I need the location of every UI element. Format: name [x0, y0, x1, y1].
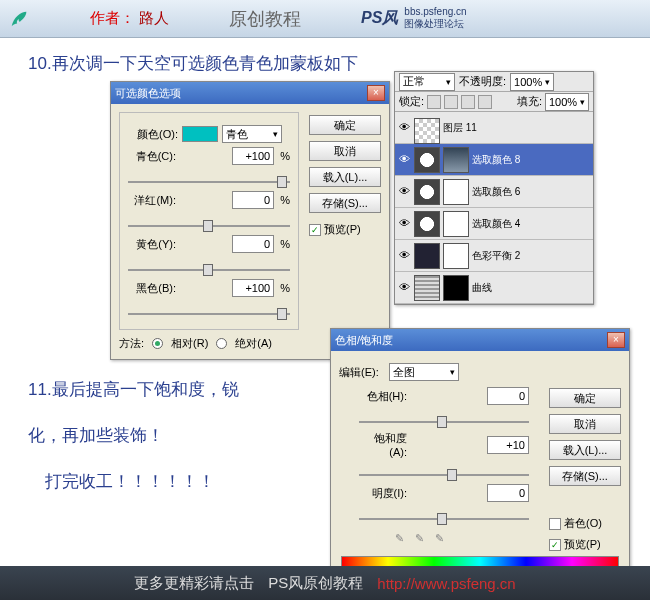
eyedropper-minus-icon[interactable]: ✎ — [435, 532, 449, 546]
black-slider[interactable] — [128, 307, 290, 321]
layer-row[interactable]: 👁选取颜色 8 — [395, 144, 593, 176]
selective-titlebar[interactable]: 可选颜色选项 × — [111, 82, 389, 104]
hue-ok-button[interactable]: 确定 — [549, 388, 621, 408]
eye-icon[interactable]: 👁 — [397, 281, 411, 295]
cancel-button[interactable]: 取消 — [309, 141, 381, 161]
layer-name: 色彩平衡 2 — [472, 249, 520, 263]
page-title: 原创教程 — [229, 7, 301, 31]
lock-move-icon[interactable] — [461, 95, 475, 109]
layer-name: 曲线 — [472, 281, 492, 295]
layer-thumb — [414, 179, 440, 205]
cyan-label: 青色(C): — [128, 149, 176, 164]
method-label: 方法: — [119, 336, 144, 351]
layer-row[interactable]: 👁曲线 — [395, 272, 593, 304]
eyedropper-plus-icon[interactable]: ✎ — [415, 532, 429, 546]
mask-thumb — [443, 275, 469, 301]
page-header: 作者： 路人 原创教程 PS风 bbs.psfeng.cn 图像处理论坛 — [0, 0, 650, 38]
author-label: 作者： — [90, 9, 135, 28]
mask-thumb — [443, 179, 469, 205]
hue-titlebar[interactable]: 色相/饱和度 × — [331, 329, 629, 351]
feather-icon — [8, 8, 30, 30]
eye-icon[interactable]: 👁 — [397, 217, 411, 231]
layer-row[interactable]: 👁色彩平衡 2 — [395, 240, 593, 272]
layer-row[interactable]: 👁选取颜色 4 — [395, 208, 593, 240]
lig-slider[interactable] — [359, 512, 529, 526]
eye-icon[interactable]: 👁 — [397, 121, 411, 135]
hue-saturation-dialog: 色相/饱和度 × 编辑(E): 全图 色相(H):0 饱和度(A):+10 明度… — [330, 328, 630, 600]
hue-title: 色相/饱和度 — [335, 333, 393, 348]
relative-radio[interactable] — [152, 338, 163, 349]
absolute-radio[interactable] — [216, 338, 227, 349]
eye-icon[interactable]: 👁 — [397, 153, 411, 167]
blend-mode-dropdown[interactable]: 正常 — [399, 73, 455, 91]
hue-save-button[interactable]: 存储(S)... — [549, 466, 621, 486]
layer-row[interactable]: 👁选取颜色 6 — [395, 176, 593, 208]
layer-row[interactable]: 👁图层 11 — [395, 112, 593, 144]
dialog-area: 可选颜色选项 × 颜色(O): 青色 青色(C): +100 % 洋红(M): — [110, 81, 650, 361]
eyedropper-icon[interactable]: ✎ — [395, 532, 409, 546]
lock-label: 锁定: — [399, 94, 424, 109]
logo-text: PS风 — [361, 8, 398, 29]
mask-thumb — [443, 243, 469, 269]
colorize-checkbox[interactable] — [549, 518, 561, 530]
hue-preview-checkbox[interactable]: ✓ — [549, 539, 561, 551]
lock-trans-icon[interactable] — [427, 95, 441, 109]
mask-thumb — [443, 211, 469, 237]
close-icon[interactable]: × — [367, 85, 385, 101]
layer-name: 选取颜色 4 — [472, 217, 520, 231]
layers-panel: 正常 不透明度: 100% 锁定: 填充: 100% 👁图层 11 👁选取颜色 … — [394, 71, 594, 305]
layer-thumb — [414, 211, 440, 237]
sat-input[interactable]: +10 — [487, 436, 529, 454]
edit-dropdown[interactable]: 全图 — [389, 363, 459, 381]
opacity-input[interactable]: 100% — [510, 73, 554, 91]
color-dropdown[interactable]: 青色 — [222, 125, 282, 143]
layer-name: 选取颜色 8 — [472, 153, 520, 167]
magenta-slider[interactable] — [128, 219, 290, 233]
eye-icon[interactable]: 👁 — [397, 185, 411, 199]
selective-color-dialog: 可选颜色选项 × 颜色(O): 青色 青色(C): +100 % 洋红(M): — [110, 81, 390, 360]
relative-label: 相对(R) — [171, 336, 208, 351]
footer-url[interactable]: http://www.psfeng.cn — [377, 575, 515, 592]
black-input[interactable]: +100 — [232, 279, 274, 297]
hue-preview-label: 预览(P) — [564, 537, 601, 552]
opacity-label: 不透明度: — [459, 74, 506, 89]
page-footer: 更多更精彩请点击 PS风原创教程 http://www.psfeng.cn — [0, 566, 650, 600]
magenta-input[interactable]: 0 — [232, 191, 274, 209]
hue-cancel-button[interactable]: 取消 — [549, 414, 621, 434]
layer-thumb — [414, 275, 440, 301]
edit-label: 编辑(E): — [339, 365, 385, 380]
layer-name: 图层 11 — [443, 121, 477, 135]
hue-slider[interactable] — [359, 415, 529, 429]
lig-label: 明度(I): — [359, 486, 407, 501]
layer-thumb — [414, 118, 440, 144]
selective-title: 可选颜色选项 — [115, 86, 181, 101]
yellow-slider[interactable] — [128, 263, 290, 277]
color-swatch — [182, 126, 218, 142]
fill-input[interactable]: 100% — [545, 93, 589, 111]
cyan-slider[interactable] — [128, 175, 290, 189]
logo: PS风 bbs.psfeng.cn 图像处理论坛 — [361, 6, 467, 31]
logo-url: bbs.psfeng.cn — [404, 6, 466, 17]
color-label: 颜色(O): — [128, 127, 178, 142]
footer-text-2: PS风原创教程 — [268, 574, 363, 593]
cyan-input[interactable]: +100 — [232, 147, 274, 165]
eye-icon[interactable]: 👁 — [397, 249, 411, 263]
save-button[interactable]: 存储(S)... — [309, 193, 381, 213]
yellow-input[interactable]: 0 — [232, 235, 274, 253]
ok-button[interactable]: 确定 — [309, 115, 381, 135]
cyan-pct: % — [280, 150, 290, 162]
sat-slider[interactable] — [359, 468, 529, 482]
close-icon[interactable]: × — [607, 332, 625, 348]
lig-input[interactable]: 0 — [487, 484, 529, 502]
absolute-label: 绝对(A) — [235, 336, 272, 351]
lock-paint-icon[interactable] — [444, 95, 458, 109]
layer-name: 选取颜色 6 — [472, 185, 520, 199]
load-button[interactable]: 载入(L)... — [309, 167, 381, 187]
hue-load-button[interactable]: 载入(L)... — [549, 440, 621, 460]
preview-checkbox[interactable]: ✓ — [309, 224, 321, 236]
mask-thumb — [443, 147, 469, 173]
preview-label: 预览(P) — [324, 222, 361, 237]
hue-input[interactable]: 0 — [487, 387, 529, 405]
hue-label: 色相(H): — [359, 389, 407, 404]
lock-all-icon[interactable] — [478, 95, 492, 109]
